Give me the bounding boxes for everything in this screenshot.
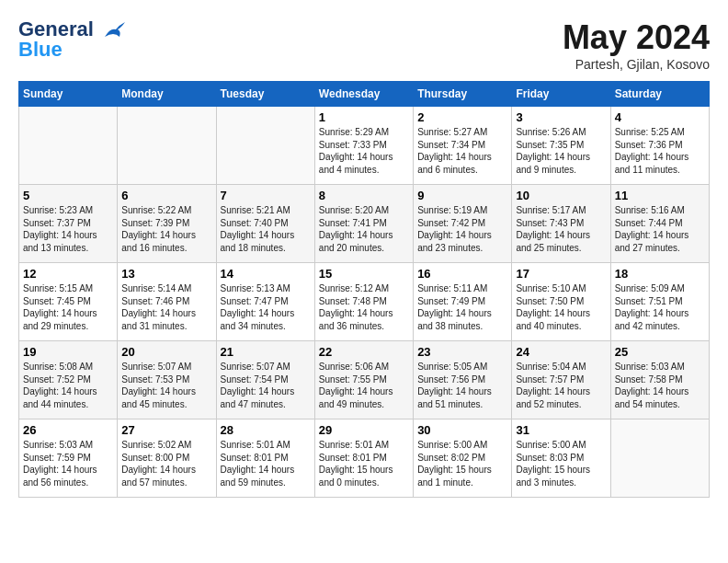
day-number: 5 [23, 189, 113, 202]
location: Partesh, Gjilan, Kosovo [563, 57, 710, 72]
calendar-cell: 20Sunrise: 5:07 AM Sunset: 7:53 PM Dayli… [118, 341, 216, 419]
calendar-week-row: 5Sunrise: 5:23 AM Sunset: 7:37 PM Daylig… [19, 185, 710, 263]
weekday-header: Monday [118, 82, 216, 107]
cell-content: Sunrise: 5:16 AM Sunset: 7:44 PM Dayligh… [615, 204, 705, 254]
cell-content: Sunrise: 5:03 AM Sunset: 7:58 PM Dayligh… [615, 361, 705, 410]
calendar-cell: 9Sunrise: 5:19 AM Sunset: 7:42 PM Daylig… [414, 185, 512, 263]
day-number: 29 [319, 423, 409, 437]
calendar-cell: 30Sunrise: 5:00 AM Sunset: 8:02 PM Dayli… [414, 419, 512, 498]
day-number: 23 [417, 345, 507, 359]
day-number: 4 [615, 110, 705, 124]
day-number: 30 [417, 423, 507, 437]
day-number: 17 [516, 267, 606, 281]
calendar-cell [610, 419, 709, 498]
cell-content: Sunrise: 5:11 AM Sunset: 7:49 PM Dayligh… [417, 282, 507, 332]
cell-content: Sunrise: 5:09 AM Sunset: 7:51 PM Dayligh… [615, 282, 705, 332]
calendar-cell: 5Sunrise: 5:23 AM Sunset: 7:37 PM Daylig… [19, 185, 118, 263]
month-title: May 2024 [563, 18, 710, 57]
cell-content: Sunrise: 5:21 AM Sunset: 7:40 PM Dayligh… [221, 204, 311, 254]
calendar-cell: 10Sunrise: 5:17 AM Sunset: 7:43 PM Dayli… [512, 185, 610, 263]
cell-content: Sunrise: 5:17 AM Sunset: 7:43 PM Dayligh… [516, 204, 606, 254]
day-number: 15 [319, 267, 409, 281]
calendar-cell: 6Sunrise: 5:22 AM Sunset: 7:39 PM Daylig… [118, 185, 216, 263]
cell-content: Sunrise: 5:01 AM Sunset: 8:01 PM Dayligh… [221, 439, 311, 488]
calendar-table: SundayMondayTuesdayWednesdayThursdayFrid… [18, 81, 710, 498]
calendar-cell: 11Sunrise: 5:16 AM Sunset: 7:44 PM Dayli… [610, 185, 709, 263]
day-number: 24 [516, 345, 606, 359]
calendar-cell: 24Sunrise: 5:04 AM Sunset: 7:57 PM Dayli… [512, 341, 610, 419]
logo: General Blue [18, 18, 127, 61]
calendar-cell: 26Sunrise: 5:03 AM Sunset: 7:59 PM Dayli… [19, 419, 118, 498]
cell-content: Sunrise: 5:15 AM Sunset: 7:45 PM Dayligh… [23, 282, 113, 332]
day-number: 3 [516, 110, 606, 124]
cell-content: Sunrise: 5:19 AM Sunset: 7:42 PM Dayligh… [417, 204, 507, 254]
day-number: 22 [319, 345, 409, 359]
calendar-week-row: 19Sunrise: 5:08 AM Sunset: 7:52 PM Dayli… [19, 341, 710, 419]
day-number: 11 [615, 189, 705, 202]
day-number: 12 [23, 267, 113, 281]
calendar-cell: 2Sunrise: 5:27 AM Sunset: 7:34 PM Daylig… [414, 107, 512, 185]
calendar-cell: 14Sunrise: 5:13 AM Sunset: 7:47 PM Dayli… [216, 263, 314, 341]
day-number: 1 [319, 110, 409, 124]
weekday-header: Friday [512, 82, 610, 107]
cell-content: Sunrise: 5:26 AM Sunset: 7:35 PM Dayligh… [516, 126, 606, 176]
weekday-header: Thursday [414, 82, 512, 107]
day-number: 20 [121, 345, 211, 359]
cell-content: Sunrise: 5:23 AM Sunset: 7:37 PM Dayligh… [23, 204, 113, 254]
day-number: 7 [221, 189, 311, 202]
logo-bird-icon [101, 20, 127, 40]
calendar-cell: 23Sunrise: 5:05 AM Sunset: 7:56 PM Dayli… [414, 341, 512, 419]
page-header: General Blue May 2024 Partesh, Gjilan, K… [18, 18, 710, 72]
cell-content: Sunrise: 5:02 AM Sunset: 8:00 PM Dayligh… [121, 439, 211, 488]
cell-content: Sunrise: 5:00 AM Sunset: 8:03 PM Dayligh… [516, 439, 606, 488]
cell-content: Sunrise: 5:07 AM Sunset: 7:53 PM Dayligh… [121, 361, 211, 410]
cell-content: Sunrise: 5:06 AM Sunset: 7:55 PM Dayligh… [319, 361, 409, 410]
calendar-cell: 4Sunrise: 5:25 AM Sunset: 7:36 PM Daylig… [610, 107, 709, 185]
day-number: 13 [121, 267, 211, 281]
calendar-cell: 8Sunrise: 5:20 AM Sunset: 7:41 PM Daylig… [314, 185, 413, 263]
cell-content: Sunrise: 5:29 AM Sunset: 7:33 PM Dayligh… [319, 126, 409, 176]
cell-content: Sunrise: 5:03 AM Sunset: 7:59 PM Dayligh… [23, 439, 113, 488]
weekday-header: Saturday [610, 82, 709, 107]
calendar-cell: 1Sunrise: 5:29 AM Sunset: 7:33 PM Daylig… [314, 107, 413, 185]
day-number: 31 [516, 423, 606, 437]
calendar-cell: 21Sunrise: 5:07 AM Sunset: 7:54 PM Dayli… [216, 341, 314, 419]
calendar-cell: 12Sunrise: 5:15 AM Sunset: 7:45 PM Dayli… [19, 263, 118, 341]
cell-content: Sunrise: 5:01 AM Sunset: 8:01 PM Dayligh… [319, 439, 409, 488]
weekday-header: Tuesday [216, 82, 314, 107]
cell-content: Sunrise: 5:27 AM Sunset: 7:34 PM Dayligh… [417, 126, 507, 176]
day-number: 6 [121, 189, 211, 202]
weekday-header: Wednesday [314, 82, 413, 107]
day-number: 2 [417, 110, 507, 124]
day-number: 18 [615, 267, 705, 281]
day-number: 19 [23, 345, 113, 359]
cell-content: Sunrise: 5:04 AM Sunset: 7:57 PM Dayligh… [516, 361, 606, 410]
calendar-cell [216, 107, 314, 185]
calendar-cell: 16Sunrise: 5:11 AM Sunset: 7:49 PM Dayli… [414, 263, 512, 341]
day-number: 27 [121, 423, 211, 437]
calendar-cell [19, 107, 118, 185]
calendar-cell: 22Sunrise: 5:06 AM Sunset: 7:55 PM Dayli… [314, 341, 413, 419]
calendar-cell: 28Sunrise: 5:01 AM Sunset: 8:01 PM Dayli… [216, 419, 314, 498]
calendar-cell: 15Sunrise: 5:12 AM Sunset: 7:48 PM Dayli… [314, 263, 413, 341]
calendar-cell: 3Sunrise: 5:26 AM Sunset: 7:35 PM Daylig… [512, 107, 610, 185]
calendar-cell: 13Sunrise: 5:14 AM Sunset: 7:46 PM Dayli… [118, 263, 216, 341]
weekday-header: Sunday [19, 82, 118, 107]
cell-content: Sunrise: 5:10 AM Sunset: 7:50 PM Dayligh… [516, 282, 606, 332]
calendar-cell: 25Sunrise: 5:03 AM Sunset: 7:58 PM Dayli… [610, 341, 709, 419]
calendar-cell [118, 107, 216, 185]
day-number: 8 [319, 189, 409, 202]
day-number: 10 [516, 189, 606, 202]
weekday-header-row: SundayMondayTuesdayWednesdayThursdayFrid… [19, 82, 710, 107]
day-number: 16 [417, 267, 507, 281]
day-number: 28 [221, 423, 311, 437]
calendar-cell: 19Sunrise: 5:08 AM Sunset: 7:52 PM Dayli… [19, 341, 118, 419]
day-number: 25 [615, 345, 705, 359]
cell-content: Sunrise: 5:20 AM Sunset: 7:41 PM Dayligh… [319, 204, 409, 254]
cell-content: Sunrise: 5:25 AM Sunset: 7:36 PM Dayligh… [615, 126, 705, 176]
cell-content: Sunrise: 5:07 AM Sunset: 7:54 PM Dayligh… [221, 361, 311, 410]
calendar-cell: 27Sunrise: 5:02 AM Sunset: 8:00 PM Dayli… [118, 419, 216, 498]
cell-content: Sunrise: 5:13 AM Sunset: 7:47 PM Dayligh… [221, 282, 311, 332]
logo-blue-text: Blue [18, 39, 127, 61]
cell-content: Sunrise: 5:05 AM Sunset: 7:56 PM Dayligh… [417, 361, 507, 410]
